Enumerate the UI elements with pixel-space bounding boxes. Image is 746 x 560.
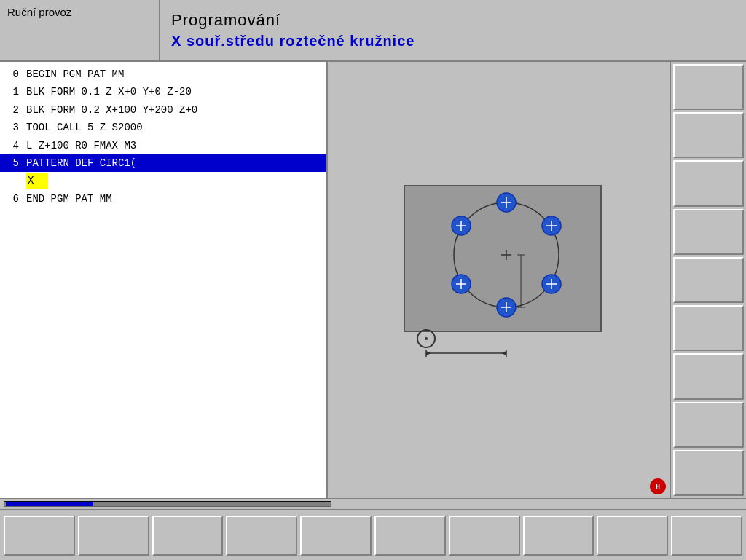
- sidebar-btn-8[interactable]: [673, 450, 744, 496]
- sidebar-btn-7[interactable]: [673, 402, 744, 448]
- fn-btn-0[interactable]: [4, 516, 75, 556]
- svg-marker-27: [426, 351, 431, 355]
- line-number: 0: [6, 66, 19, 82]
- code-line: 2BLK FORM 0.2 X+100 Y+200 Z+0: [0, 101, 326, 119]
- line-content: BLK FORM 0.1 Z X+0 Y+0 Z-20: [26, 84, 321, 100]
- sidebar-btn-4[interactable]: [673, 257, 744, 303]
- code-line: 4L Z+100 R0 FMAX M3: [0, 137, 326, 154]
- sidebar-right: [670, 62, 746, 498]
- line-number: 4: [6, 138, 19, 154]
- viz-panel: H: [328, 62, 670, 498]
- line-number: 3: [6, 119, 19, 135]
- code-line: 3TOOL CALL 5 Z S2000: [0, 119, 326, 136]
- sidebar-btn-2[interactable]: [673, 160, 744, 206]
- code-line: 5PATTERN DEF CIRC1(: [0, 154, 326, 172]
- line-number: 6: [6, 191, 19, 207]
- sidebar-btn-1[interactable]: [673, 112, 744, 158]
- input-field[interactable]: X: [26, 173, 48, 189]
- header: Ruční provoz Programování X souř.středu …: [0, 0, 746, 62]
- fn-btn-3[interactable]: [226, 516, 297, 556]
- fn-btn-1[interactable]: [78, 516, 149, 556]
- header-right: Programování X souř.středu roztečné kruž…: [160, 0, 746, 60]
- fn-btn-4[interactable]: [300, 516, 372, 556]
- sidebar-btn-5[interactable]: [673, 305, 744, 351]
- scroll-area: [0, 498, 746, 509]
- diagram-svg: [361, 142, 637, 419]
- sidebar-btn-3[interactable]: [673, 209, 744, 255]
- sidebar-btn-6[interactable]: [673, 353, 744, 399]
- line-number: [6, 173, 19, 189]
- svg-marker-28: [501, 351, 506, 355]
- bottom-bar: [0, 509, 746, 560]
- diagram-container: [361, 142, 637, 419]
- line-content: PATTERN DEF CIRC1(: [26, 155, 321, 171]
- code-line: 0BEGIN PGM PAT MM: [0, 66, 326, 83]
- line-number: 2: [6, 102, 19, 118]
- main-content: 0BEGIN PGM PAT MM1BLK FORM 0.1 Z X+0 Y+0…: [0, 62, 746, 498]
- code-line: 1BLK FORM 0.1 Z X+0 Y+0 Z-20: [0, 83, 326, 100]
- title-main: Programování: [171, 11, 735, 30]
- fn-btn-2[interactable]: [152, 516, 224, 556]
- mode-text: Ruční provoz: [7, 6, 71, 18]
- logo-badge: H: [650, 478, 666, 494]
- fn-btn-8[interactable]: [597, 516, 668, 556]
- mode-label: Ruční provoz: [0, 0, 160, 60]
- scrollbar-track[interactable]: [4, 501, 331, 507]
- fn-btn-9[interactable]: [671, 516, 742, 556]
- code-panel: 0BEGIN PGM PAT MM1BLK FORM 0.1 Z X+0 Y+0…: [0, 62, 328, 498]
- line-content: L Z+100 R0 FMAX M3: [26, 138, 321, 154]
- title-sub: X souř.středu roztečné kružnice: [171, 33, 735, 50]
- svg-point-23: [425, 337, 428, 340]
- line-content: END PGM PAT MM: [26, 191, 321, 207]
- line-content: TOOL CALL 5 Z S2000: [26, 119, 321, 135]
- code-line: X: [0, 172, 326, 189]
- line-content: BEGIN PGM PAT MM: [26, 66, 321, 82]
- line-content: X: [26, 173, 321, 189]
- scrollbar-thumb[interactable]: [6, 502, 93, 506]
- line-content: BLK FORM 0.2 X+100 Y+200 Z+0: [26, 102, 321, 118]
- fn-btn-6[interactable]: [449, 516, 520, 556]
- line-number: 5: [6, 155, 19, 171]
- sidebar-btn-0[interactable]: [673, 64, 744, 110]
- code-line: 6END PGM PAT MM: [0, 190, 326, 208]
- fn-btn-5[interactable]: [374, 516, 446, 556]
- fn-btn-7[interactable]: [523, 516, 594, 556]
- line-number: 1: [6, 84, 19, 100]
